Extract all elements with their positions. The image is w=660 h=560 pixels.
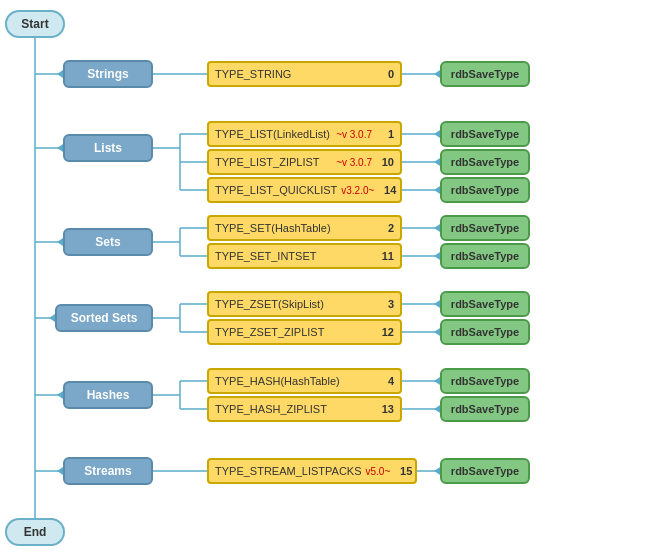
type-set-intset: TYPE_SET_INTSET 11: [207, 243, 402, 269]
save-type-3: rdbSaveType: [440, 177, 530, 203]
category-sorted-sets: Sorted Sets: [55, 304, 153, 332]
end-node: End: [5, 518, 65, 546]
type-zset-ziplist: TYPE_ZSET_ZIPLIST 12: [207, 319, 402, 345]
save-type-9: rdbSaveType: [440, 396, 530, 422]
diagram: Start End Strings Lists Sets Sorted Sets…: [0, 0, 660, 560]
save-type-7: rdbSaveType: [440, 319, 530, 345]
type-hash-ziplist: TYPE_HASH_ZIPLIST 13: [207, 396, 402, 422]
category-sets: Sets: [63, 228, 153, 256]
save-type-0: rdbSaveType: [440, 61, 530, 87]
save-type-6: rdbSaveType: [440, 291, 530, 317]
category-lists: Lists: [63, 134, 153, 162]
save-type-5: rdbSaveType: [440, 243, 530, 269]
category-hashes: Hashes: [63, 381, 153, 409]
type-hash-hashtable: TYPE_HASH(HashTable) 4: [207, 368, 402, 394]
type-list-quicklist: TYPE_LIST_QUICKLIST v3.2.0~ 14: [207, 177, 402, 203]
type-zset-skiplist: TYPE_ZSET(SkipList) 3: [207, 291, 402, 317]
type-list-linkedlist: TYPE_LIST(LinkedList) ~v 3.0.7 1: [207, 121, 402, 147]
type-list-ziplist: TYPE_LIST_ZIPLIST ~v 3.0.7 10: [207, 149, 402, 175]
category-streams: Streams: [63, 457, 153, 485]
save-type-4: rdbSaveType: [440, 215, 530, 241]
category-strings: Strings: [63, 60, 153, 88]
start-node: Start: [5, 10, 65, 38]
save-type-8: rdbSaveType: [440, 368, 530, 394]
type-stream-listpacks: TYPE_STREAM_LISTPACKS v5.0~ 15: [207, 458, 417, 484]
type-string: TYPE_STRING 0: [207, 61, 402, 87]
save-type-1: rdbSaveType: [440, 121, 530, 147]
save-type-10: rdbSaveType: [440, 458, 530, 484]
save-type-2: rdbSaveType: [440, 149, 530, 175]
type-set-hashtable: TYPE_SET(HashTable) 2: [207, 215, 402, 241]
